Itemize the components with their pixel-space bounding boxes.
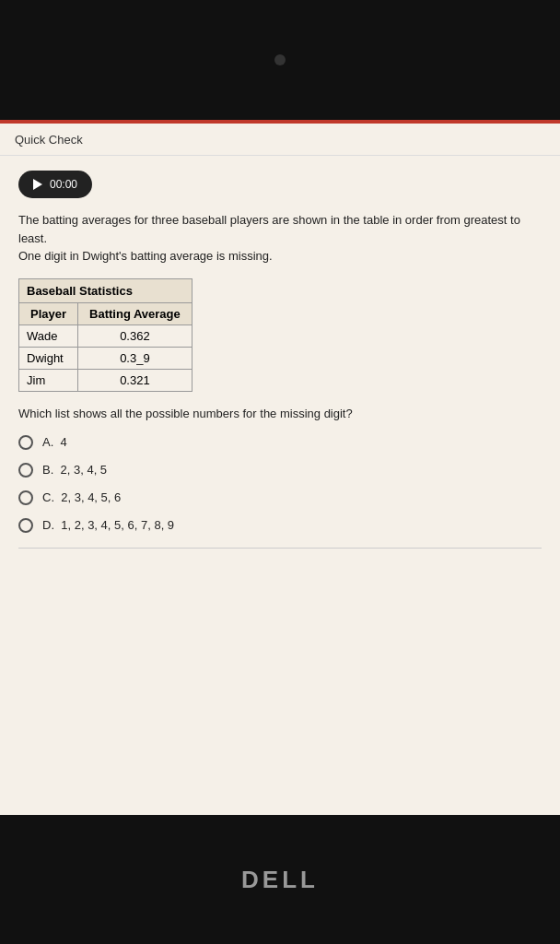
table-row: Dwight 0.3_9	[19, 347, 192, 369]
audio-time: 00:00	[50, 178, 77, 191]
answer-option-3[interactable]: D. 1, 2, 3, 4, 5, 6, 7, 8, 9	[18, 518, 542, 533]
description-text: The batting averages for three baseball …	[18, 211, 542, 266]
batting-average: 0.3_9	[78, 347, 192, 369]
options-container: A. 4 B. 2, 3, 4, 5 C. 2, 3, 4, 5, 6 D. 1…	[18, 435, 542, 533]
table-row: Wade 0.362	[19, 324, 192, 347]
col-average: Batting Average	[78, 302, 192, 324]
camera	[274, 54, 286, 65]
baseball-stats-table: Baseball Statistics Player Batting Avera…	[18, 278, 542, 392]
answer-option-1[interactable]: B. 2, 3, 4, 5	[18, 463, 542, 478]
radio-button-2[interactable]	[18, 490, 33, 505]
radio-button-0[interactable]	[18, 435, 33, 450]
content-area: 00:00 The batting averages for three bas…	[0, 156, 560, 755]
radio-button-3[interactable]	[18, 518, 33, 533]
question-text: Which list shows all the possible number…	[18, 407, 542, 420]
answer-option-0[interactable]: A. 4	[18, 435, 542, 450]
col-player: Player	[19, 302, 78, 324]
option-label-0: A. 4	[42, 435, 67, 449]
header-bar: Quick Check	[0, 124, 560, 156]
page-title: Quick Check	[15, 133, 83, 147]
player-name: Wade	[19, 324, 78, 347]
table-row: Jim 0.321	[19, 369, 192, 391]
batting-average: 0.321	[78, 369, 192, 391]
option-label-3: D. 1, 2, 3, 4, 5, 6, 7, 8, 9	[42, 518, 174, 532]
table-title: Baseball Statistics	[19, 278, 192, 302]
radio-button-1[interactable]	[18, 463, 33, 478]
option-label-1: B. 2, 3, 4, 5	[42, 463, 107, 477]
player-name: Jim	[19, 369, 78, 391]
bottom-bezel: DELL	[0, 815, 560, 944]
dell-logo: DELL	[241, 866, 319, 894]
top-bezel	[0, 0, 560, 120]
screen: Quick Check 00:00 The batting averages f…	[0, 120, 560, 894]
divider	[18, 548, 542, 549]
play-icon[interactable]	[33, 179, 42, 190]
player-name: Dwight	[19, 347, 78, 369]
answer-option-2[interactable]: C. 2, 3, 4, 5, 6	[18, 490, 542, 505]
audio-player[interactable]: 00:00	[18, 171, 92, 198]
batting-average: 0.362	[78, 324, 192, 347]
option-label-2: C. 2, 3, 4, 5, 6	[42, 490, 121, 504]
